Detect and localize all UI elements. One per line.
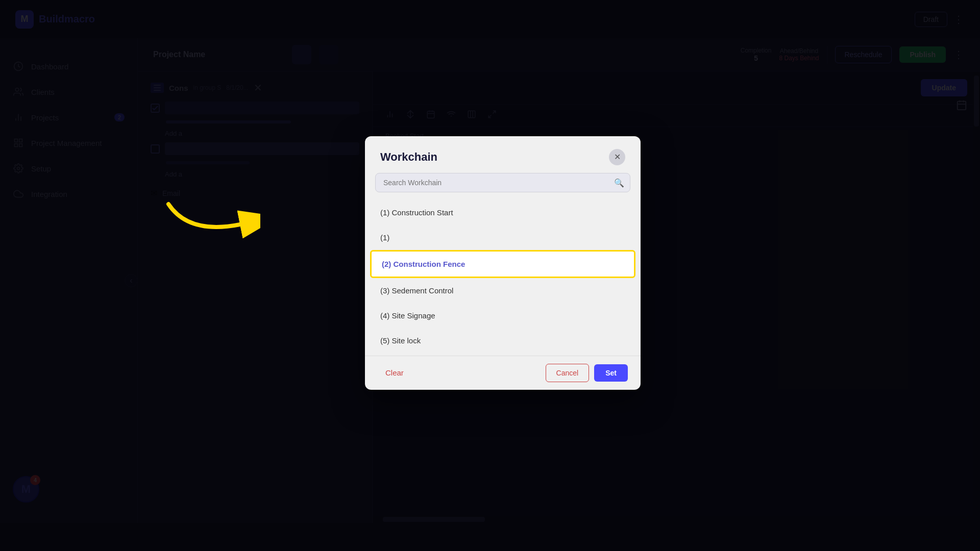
workchain-item-5[interactable]: (4) Site Signage — [370, 303, 635, 328]
modal-overlay: Workchain ✕ 🔍 (1) Construction Start (1)… — [0, 0, 980, 551]
modal-header: Workchain ✕ — [365, 136, 641, 173]
modal-footer: Clear Cancel Set — [365, 356, 641, 390]
workchain-item-3-selected[interactable]: (2) Construction Fence — [370, 250, 635, 278]
set-button[interactable]: Set — [594, 364, 628, 382]
arrow-annotation — [158, 194, 260, 257]
modal-close-button[interactable]: ✕ — [609, 149, 625, 165]
modal-search-area: 🔍 — [375, 173, 630, 192]
workchain-item-1[interactable]: (1) Construction Start — [370, 200, 635, 225]
workchain-item-4[interactable]: (3) Sedement Control — [370, 278, 635, 303]
workchain-search-input[interactable] — [375, 173, 630, 192]
modal-title: Workchain — [380, 151, 437, 164]
search-icon: 🔍 — [614, 178, 624, 187]
cancel-button[interactable]: Cancel — [546, 364, 590, 382]
workchain-modal: Workchain ✕ 🔍 (1) Construction Start (1)… — [365, 136, 641, 390]
workchain-item-2[interactable]: (1) — [370, 225, 635, 250]
clear-button[interactable]: Clear — [378, 364, 411, 381]
workchain-item-6[interactable]: (5) Site lock — [370, 328, 635, 353]
workchain-list: (1) Construction Start (1) (2) Construct… — [370, 197, 635, 356]
